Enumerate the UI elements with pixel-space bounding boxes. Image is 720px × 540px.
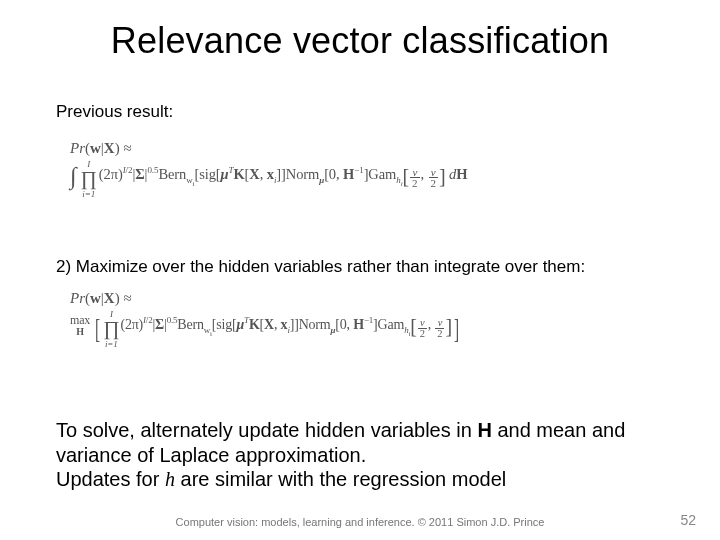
- body-paragraph: To solve, alternately update hidden vari…: [56, 418, 671, 492]
- para-text-3: Updates for: [56, 468, 165, 490]
- equation-1: Pr(w|X) ≈ ∫∏Ii=1(2π)I/2|Σ|0.5Bernwi[sig[…: [70, 140, 670, 190]
- equation-2-lhs: Pr(w|X) ≈: [70, 290, 690, 307]
- footer-text: Computer vision: models, learning and in…: [0, 516, 720, 528]
- slide: Relevance vector classification Previous…: [0, 0, 720, 540]
- equation-2-rhs: maxH[∏Ii=1(2π)I/2|Σ|0.5Bernwi[sig[μTK[X,…: [70, 313, 690, 345]
- para-text-4: are similar with the regression model: [175, 468, 506, 490]
- label-step-2: 2) Maximize over the hidden variables ra…: [56, 257, 585, 277]
- equation-2: Pr(w|X) ≈ maxH[∏Ii=1(2π)I/2|Σ|0.5Bernwi[…: [70, 290, 690, 345]
- equation-1-lhs: Pr(w|X) ≈: [70, 140, 670, 157]
- equation-1-rhs: ∫∏Ii=1(2π)I/2|Σ|0.5Bernwi[sig[μTK[X, xi]…: [70, 163, 670, 190]
- symbol-h: h: [165, 468, 175, 490]
- page-number: 52: [680, 512, 696, 528]
- symbol-H: H: [477, 419, 491, 441]
- page-title: Relevance vector classification: [0, 20, 720, 62]
- para-text-1: To solve, alternately update hidden vari…: [56, 419, 477, 441]
- label-previous-result: Previous result:: [56, 102, 173, 122]
